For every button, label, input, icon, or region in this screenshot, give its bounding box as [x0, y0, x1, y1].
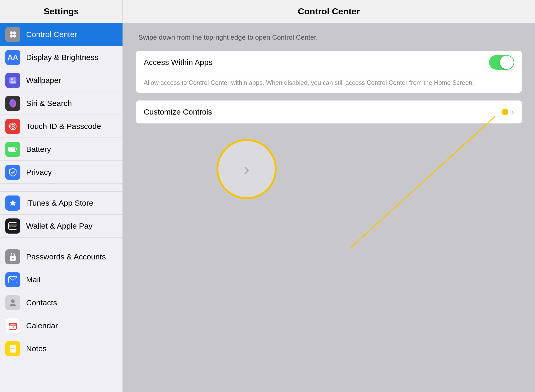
toggle-knob	[500, 56, 514, 69]
svg-text:14: 14	[11, 326, 14, 329]
sidebar: Control Center AA Display & Brightness W…	[0, 23, 123, 392]
customize-controls-row[interactable]: Customize Controls ›	[136, 100, 522, 123]
access-within-apps-label: Access Within Apps	[144, 58, 489, 67]
customize-controls-card: Customize Controls ›	[136, 100, 522, 123]
calendar-icon: ◻◻◻ 14	[5, 318, 20, 333]
sidebar-item-control-center[interactable]: Control Center	[0, 23, 123, 46]
svg-point-3	[13, 34, 16, 38]
content-area: Swipe down from the top-right edge to op…	[123, 23, 535, 392]
customize-controls-section: Customize Controls › ›	[136, 100, 522, 215]
mail-icon	[5, 272, 20, 287]
access-within-apps-toggle[interactable]	[489, 55, 514, 70]
annotation-line	[136, 100, 522, 283]
sidebar-item-itunes-appstore[interactable]: iTunes & App Store	[0, 192, 123, 215]
battery-icon	[5, 142, 20, 157]
control-center-icon	[5, 27, 20, 42]
wallet-icon	[5, 218, 20, 234]
svg-point-5	[9, 99, 16, 108]
sidebar-item-label: Touch ID & Passcode	[26, 122, 101, 131]
svg-rect-11	[9, 147, 15, 151]
annotation-circle: ›	[217, 139, 277, 199]
access-within-apps-description: Allow access to Control Center within ap…	[136, 74, 522, 93]
chevron-right-icon: ›	[511, 108, 514, 116]
sidebar-item-label: Wallet & Apple Pay	[26, 222, 92, 230]
sidebar-item-notes[interactable]: Notes	[0, 337, 123, 360]
annotation-chevron-icon: ›	[243, 160, 249, 178]
svg-rect-27	[10, 345, 16, 353]
appstore-icon	[5, 195, 20, 211]
svg-rect-10	[16, 148, 17, 150]
sidebar-item-battery[interactable]: Battery	[0, 138, 123, 161]
sidebar-item-label: Notes	[26, 344, 46, 353]
svg-line-31	[350, 117, 495, 248]
sidebar-item-label: Siri & Search	[26, 99, 72, 108]
description-text: Swipe down from the top-right edge to op…	[136, 33, 522, 41]
customize-controls-label: Customize Controls	[144, 108, 502, 116]
header-left: Settings	[0, 0, 123, 23]
access-within-apps-row: Access Within Apps	[136, 51, 522, 74]
section-separator-1	[0, 184, 123, 192]
section-separator-2	[0, 237, 123, 245]
notes-icon	[5, 341, 20, 356]
svg-point-0	[10, 31, 13, 34]
svg-point-8	[12, 126, 14, 127]
contacts-icon	[5, 295, 20, 310]
sidebar-item-label: Contacts	[26, 298, 57, 307]
sidebar-item-label: Mail	[26, 275, 40, 284]
settings-title: Settings	[44, 6, 79, 16]
svg-point-4	[11, 78, 13, 80]
sidebar-item-mail[interactable]: Mail	[0, 268, 123, 291]
sidebar-item-passwords[interactable]: Passwords & Accounts	[0, 245, 123, 268]
wallpaper-icon	[5, 73, 20, 88]
main-layout: Control Center AA Display & Brightness W…	[0, 23, 535, 392]
sidebar-item-label: Display & Brightness	[26, 53, 98, 62]
sidebar-item-label: Battery	[26, 145, 51, 154]
display-brightness-icon: AA	[5, 50, 20, 65]
sidebar-item-label: iTunes & App Store	[26, 199, 93, 207]
sidebar-item-contacts[interactable]: Contacts	[0, 291, 123, 314]
sidebar-item-wallet[interactable]: Wallet & Apple Pay	[0, 215, 123, 237]
svg-rect-20	[13, 258, 13, 260]
svg-point-22	[11, 299, 15, 303]
content-title: Control Center	[298, 6, 360, 16]
siri-icon	[5, 96, 20, 111]
sidebar-item-label: Control Center	[26, 30, 77, 39]
sidebar-item-label: Passwords & Accounts	[26, 252, 106, 261]
access-within-apps-card: Access Within Apps Allow access to Contr…	[136, 51, 522, 93]
svg-point-2	[10, 34, 13, 38]
touchid-icon	[5, 119, 20, 134]
sidebar-item-display-brightness[interactable]: AA Display & Brightness	[0, 46, 123, 69]
passwords-icon	[5, 249, 20, 264]
header-right: Control Center	[123, 0, 535, 23]
sidebar-item-label: Calendar	[26, 321, 58, 330]
header: Settings Control Center	[0, 0, 535, 23]
svg-rect-21	[9, 277, 17, 283]
privacy-icon	[5, 165, 20, 180]
sidebar-item-wallpaper[interactable]: Wallpaper	[0, 69, 123, 92]
svg-rect-13	[9, 224, 17, 226]
svg-rect-16	[12, 226, 14, 227]
svg-rect-12	[9, 223, 17, 229]
svg-rect-15	[9, 226, 11, 227]
svg-rect-17	[14, 226, 16, 227]
sidebar-item-siri-search[interactable]: Siri & Search	[0, 92, 123, 115]
svg-point-1	[13, 31, 16, 34]
sidebar-item-calendar[interactable]: ◻◻◻ 14 Calendar	[0, 314, 123, 337]
sidebar-item-touch-id[interactable]: Touch ID & Passcode	[0, 115, 123, 138]
annotation-dot	[502, 109, 508, 115]
sidebar-item-label: Wallpaper	[26, 76, 61, 85]
sidebar-item-privacy[interactable]: Privacy	[0, 161, 123, 184]
sidebar-item-label: Privacy	[26, 168, 52, 177]
